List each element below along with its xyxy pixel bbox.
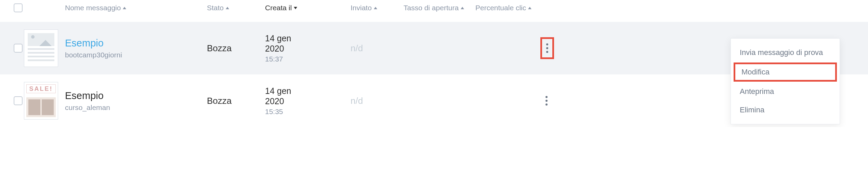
col-header-name[interactable]: Nome messaggio [65,4,207,12]
message-created-date: 14 gen 2020 15:37 [265,33,351,63]
sort-caret-up-icon [226,7,229,9]
row-checkbox[interactable] [14,96,23,105]
message-sent: n/d [351,43,404,54]
col-header-sent[interactable]: Inviato [351,4,404,12]
messages-table: Nome messaggio Stato Creata il Inviato T… [0,0,868,127]
message-thumbnail: SALE! [24,82,58,120]
date-time: 15:37 [265,55,351,63]
message-thumbnail [24,29,58,67]
col-header-sent-label: Inviato [351,4,372,12]
menu-item-send-test[interactable]: Invia messaggio di prova [731,43,840,62]
message-name-link[interactable]: Esempio [65,37,207,49]
sort-caret-up-icon [528,7,531,9]
row-actions-button[interactable] [540,37,554,59]
col-header-status-label: Stato [207,4,224,12]
thumbnail-sale-label: SALE! [26,84,56,93]
col-header-name-label: Nome messaggio [65,4,121,12]
sort-caret-down-icon [294,7,297,9]
message-created-date: 14 gen 2020 15:35 [265,86,351,116]
sort-caret-up-icon [461,7,464,9]
date-line1: 14 gen [265,86,351,96]
sort-caret-up-icon [123,7,126,9]
row-actions-button[interactable] [540,91,553,110]
col-header-open-rate[interactable]: Tasso di apertura [404,4,475,12]
row-checkbox[interactable] [14,44,23,53]
message-sent: n/d [351,96,404,106]
message-subtitle: curso_aleman [65,103,207,112]
col-header-open-rate-label: Tasso di apertura [404,4,459,12]
sort-caret-up-icon [374,7,377,9]
col-header-created[interactable]: Creata il [265,4,351,12]
message-status: Bozza [207,43,265,54]
date-line2: 2020 [265,96,351,106]
col-header-status[interactable]: Stato [207,4,265,12]
col-header-click-rate[interactable]: Percentuale clic [475,4,540,12]
col-header-created-label: Creata il [265,4,292,12]
row-actions-menu: Invia messaggio di prova Modifica Antepr… [731,38,840,124]
select-all-checkbox[interactable] [14,3,23,12]
date-time: 15:35 [265,108,351,116]
table-header-row: Nome messaggio Stato Creata il Inviato T… [0,0,868,22]
date-line2: 2020 [265,43,351,54]
date-line1: 14 gen [265,33,351,43]
message-subtitle: bootcamp30giorni [65,51,207,59]
message-status: Bozza [207,96,265,106]
col-header-click-rate-label: Percentuale clic [475,4,526,12]
message-name-link[interactable]: Esempio [65,90,207,102]
menu-item-preview[interactable]: Anteprima [731,82,840,101]
menu-item-edit[interactable]: Modifica [734,63,837,82]
table-row[interactable]: Esempio bootcamp30giorni Bozza 14 gen 20… [0,22,868,74]
menu-item-delete[interactable]: Elimina [731,101,840,119]
